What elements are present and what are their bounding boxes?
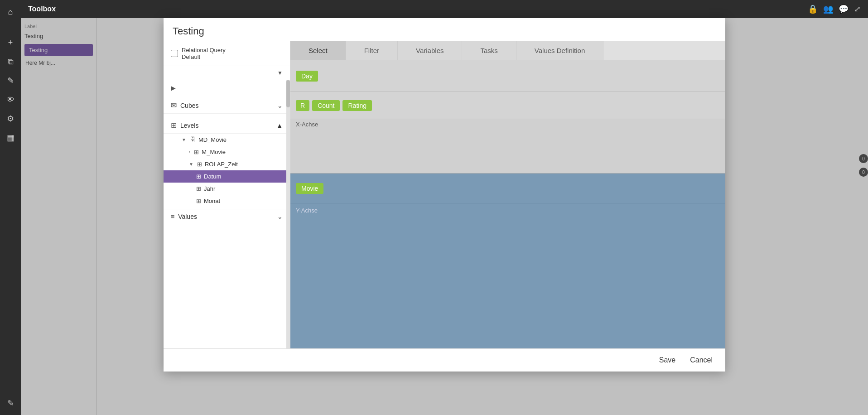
cubes-icon: ✉ xyxy=(171,101,177,110)
levels-section: ⊞ Levels ▲ ▼ 🗄 MD_Movie xyxy=(164,116,290,209)
tab-tasks[interactable]: Tasks xyxy=(462,41,516,60)
cubes-section-title: ✉ Cubes xyxy=(171,101,198,110)
bottom-area: Movie Y-Achse xyxy=(290,174,725,348)
md-movie-expand-icon: ▼ xyxy=(182,137,186,142)
levels-icon: ⊞ xyxy=(171,121,177,130)
values-section-icon: ≡ xyxy=(171,213,174,220)
sidebar-chart-icon[interactable]: ▦ xyxy=(2,130,19,146)
jahr-label: Jahr xyxy=(204,185,215,192)
top-drop-zone[interactable]: Day xyxy=(290,60,725,92)
m-movie-label: M_Movie xyxy=(202,149,226,155)
levels-section-header[interactable]: ⊞ Levels ▲ xyxy=(164,117,290,134)
sidebar-edit-icon[interactable]: ✎ xyxy=(2,72,19,89)
users-icon[interactable]: 👥 xyxy=(823,4,833,14)
levels-label: Levels xyxy=(180,122,198,129)
sidebar-add-icon[interactable]: + xyxy=(2,34,19,51)
dialog-left-scroll[interactable]: ▶ ✉ Cubes ⌄ xyxy=(164,80,290,348)
m-movie-expand-icon: › xyxy=(189,150,190,154)
panel-area: Label Testing Testing Here Mr bj... Test… xyxy=(21,18,868,415)
x-achse-zone: X-Achse xyxy=(290,119,725,174)
dialog-header: Testing xyxy=(164,18,725,41)
relational-query-label: Relational QueryDefault xyxy=(182,47,226,60)
md-movie-label: MD_Movie xyxy=(198,136,227,143)
values-label: Values xyxy=(178,213,197,220)
tabs-bar: Select Filter Variables Tasks xyxy=(290,41,725,60)
dropdown-row[interactable]: ▼ xyxy=(164,66,290,80)
relational-query-checkbox-row[interactable]: Relational QueryDefault xyxy=(171,47,283,60)
sidebar-gear-icon[interactable]: ⚙ xyxy=(2,111,19,127)
tree-item-md-movie[interactable]: ▼ 🗄 MD_Movie xyxy=(164,134,290,146)
rolap-label: ROLAP_Zeit xyxy=(205,161,238,168)
scroll-thumb xyxy=(286,80,290,107)
tab-filter[interactable]: Filter xyxy=(346,41,398,60)
cubes-label: Cubes xyxy=(180,102,198,109)
r-chip[interactable]: R xyxy=(296,100,309,111)
levels-expand-icon: ▲ xyxy=(276,122,283,129)
jahr-icon: ⊞ xyxy=(196,185,201,192)
dialog-title: Testing xyxy=(173,25,204,37)
tree-item-datum[interactable]: ⊞ Datum xyxy=(164,170,290,183)
right-arrow-icon: ▶ xyxy=(171,84,176,92)
m-movie-icon: ⊞ xyxy=(194,149,199,155)
rating-chip[interactable]: Rating xyxy=(342,100,371,111)
chat-icon[interactable]: 💬 xyxy=(839,4,849,14)
movie-chip[interactable]: Movie xyxy=(296,183,323,194)
tree-item-rolap-zeit[interactable]: ▼ ⊞ ROLAP_Zeit xyxy=(164,158,290,170)
left-arrow-row: ▶ xyxy=(164,80,290,96)
tab-values-definition[interactable]: Values Definition xyxy=(516,41,603,60)
middle-drop-zone[interactable]: R Count Rating xyxy=(290,92,725,119)
dialog-left-pane: Relational QueryDefault ▼ ▶ xyxy=(164,41,290,348)
app-title: Toolbox xyxy=(28,5,56,13)
rolap-expand-icon: ▼ xyxy=(189,162,193,167)
content-area: Day R Count Rating xyxy=(290,60,725,348)
top-bar: Toolbox 🔒 👥 💬 ⤢ xyxy=(21,0,868,18)
left-sidebar: ⌂ + ⧉ ✎ 👁 ⚙ ▦ ✎ xyxy=(0,0,21,415)
dialog-overlay: Testing Relational QueryDefault xyxy=(21,18,868,415)
dialog: Testing Relational QueryDefault xyxy=(164,18,725,372)
cubes-expand-icon: ⌄ xyxy=(277,102,283,109)
rolap-icon: ⊞ xyxy=(197,161,202,168)
y-achse-zone: Y-Achse xyxy=(290,203,725,348)
dialog-left-top: Relational QueryDefault xyxy=(164,41,290,66)
tab-variables[interactable]: Variables xyxy=(398,41,462,60)
dialog-footer: Save Cancel xyxy=(164,348,725,372)
x-achse-label: X-Achse xyxy=(296,121,720,128)
count-chip[interactable]: Count xyxy=(312,100,340,111)
tab-select[interactable]: Select xyxy=(290,41,346,60)
lock-icon[interactable]: 🔒 xyxy=(808,4,818,14)
dropdown-arrow-icon: ▼ xyxy=(277,70,283,76)
tree-item-m-movie[interactable]: › ⊞ M_Movie xyxy=(164,146,290,158)
values-expand-icon: ⌄ xyxy=(277,213,283,220)
dialog-body: Relational QueryDefault ▼ ▶ xyxy=(164,41,725,348)
levels-section-title: ⊞ Levels xyxy=(171,121,198,130)
datum-icon: ⊞ xyxy=(196,173,201,180)
expand-icon[interactable]: ⤢ xyxy=(854,4,861,14)
cubes-section-header[interactable]: ✉ Cubes ⌄ xyxy=(164,97,290,114)
y-achse-label: Y-Achse xyxy=(296,207,318,214)
save-button[interactable]: Save xyxy=(656,354,679,366)
cubes-section: ✉ Cubes ⌄ xyxy=(164,96,290,116)
dialog-right-pane: Select Filter Variables Tasks xyxy=(290,41,725,348)
tree-item-jahr[interactable]: ⊞ Jahr xyxy=(164,183,290,195)
monat-icon: ⊞ xyxy=(196,198,201,204)
scroll-track xyxy=(286,80,290,348)
relational-query-checkbox[interactable] xyxy=(171,50,178,57)
md-movie-db-icon: 🗄 xyxy=(190,136,196,143)
day-chip[interactable]: Day xyxy=(296,71,318,82)
values-section-header[interactable]: ≡ Values ⌄ xyxy=(164,209,290,224)
sidebar-home-icon[interactable]: ⌂ xyxy=(2,4,19,20)
monat-label: Monat xyxy=(204,198,220,204)
datum-label: Datum xyxy=(204,173,221,180)
top-bar-icons: 🔒 👥 💬 ⤢ xyxy=(808,4,861,14)
main-area: Toolbox 🔒 👥 💬 ⤢ Label Testing Testing He… xyxy=(21,0,868,415)
sidebar-eye-icon[interactable]: 👁 xyxy=(2,92,19,108)
sidebar-pen-icon[interactable]: ✎ xyxy=(2,395,19,411)
tree-item-monat[interactable]: ⊞ Monat xyxy=(164,195,290,207)
sidebar-copy-icon[interactable]: ⧉ xyxy=(2,53,19,70)
movie-row: Movie xyxy=(290,174,725,203)
cancel-button[interactable]: Cancel xyxy=(686,354,716,366)
